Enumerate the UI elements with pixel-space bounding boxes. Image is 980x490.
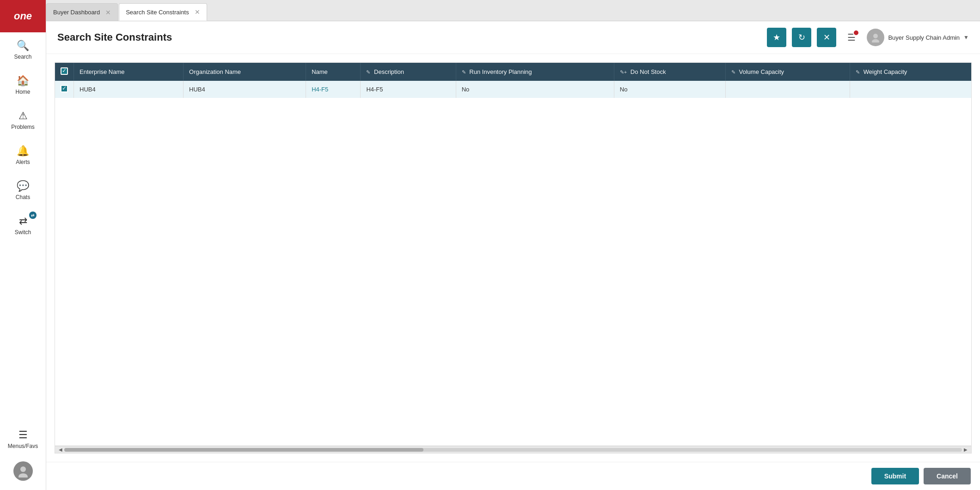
table-header-row: Enterprise Name Organization Name Name ✎… (55, 63, 971, 81)
submit-button[interactable]: Submit (871, 468, 919, 484)
switch-icon: ⇄ (19, 215, 27, 227)
sidebar-bottom: ☰ Menus/Favs (0, 422, 46, 490)
weight-capacity-edit-icon: ✎ (856, 69, 860, 75)
th-volume-capacity: ✎ Volume Capacity (725, 63, 850, 81)
switch-badge: ⇄ (29, 212, 37, 219)
sidebar-label-search: Search (14, 54, 31, 60)
cell-enterprise-name: HUB4 (74, 81, 184, 98)
menus-icon: ☰ (18, 429, 28, 441)
scroll-left-arrow[interactable]: ◀ (57, 447, 64, 452)
refresh-button[interactable]: ↻ (792, 28, 811, 47)
table-wrapper: Enterprise Name Organization Name Name ✎… (55, 62, 972, 454)
th-weight-capacity: ✎ Weight Capacity (850, 63, 971, 81)
table-row: HUB4HUB4H4-F5H4-F5NoNo (55, 81, 971, 98)
horizontal-scrollbar[interactable]: ◀ ▶ (55, 446, 971, 453)
run-inventory-edit-icon: ✎ (462, 69, 466, 75)
sidebar-item-search[interactable]: 🔍 Search (0, 32, 46, 67)
description-edit-icon: ✎ (366, 69, 370, 75)
alerts-icon: 🔔 (17, 145, 29, 157)
th-description-label: Description (374, 68, 404, 75)
tab-buyer-dashboard-close[interactable]: ✕ (105, 9, 111, 16)
user-avatar-header (867, 29, 884, 46)
sidebar-label-switch: Switch (15, 229, 31, 236)
footer: Submit Cancel (46, 462, 980, 490)
data-table: Enterprise Name Organization Name Name ✎… (55, 63, 971, 98)
tab-search-site-constraints-close[interactable]: ✕ (195, 8, 200, 16)
sidebar-label-home: Home (15, 89, 30, 95)
th-name: Name (306, 63, 361, 81)
th-volume-capacity-label: Volume Capacity (739, 68, 784, 75)
user-section: Buyer Supply Chain Admin ▼ (867, 29, 969, 46)
th-checkbox (55, 63, 74, 81)
close-button[interactable]: ✕ (817, 28, 836, 47)
content-area: Search Site Constraints ★ ↻ ✕ ☰ (46, 21, 980, 490)
name-link[interactable]: H4-F5 (312, 86, 328, 93)
sidebar-item-menus[interactable]: ☰ Menus/Favs (0, 422, 46, 457)
tab-search-site-constraints[interactable]: Search Site Constraints ✕ (119, 3, 207, 21)
sidebar-item-home[interactable]: 🏠 Home (0, 67, 46, 103)
th-name-label: Name (312, 68, 328, 75)
tab-search-site-constraints-label: Search Site Constraints (126, 9, 189, 16)
cancel-button[interactable]: Cancel (924, 468, 971, 484)
th-enterprise-name: Enterprise Name (74, 63, 184, 81)
sidebar-item-alerts[interactable]: 🔔 Alerts (0, 138, 46, 173)
tab-buyer-dashboard-label: Buyer Dashboard (53, 9, 100, 16)
select-all-checkbox[interactable] (61, 67, 68, 75)
tabs-bar: Buyer Dashboard ✕ Search Site Constraint… (46, 0, 980, 21)
cell-do-not-stock: No (614, 81, 725, 98)
star-icon: ★ (773, 32, 780, 42)
scrollbar-thumb (64, 448, 423, 452)
sidebar-item-switch[interactable]: ⇄ ⇄ Switch (0, 208, 46, 243)
volume-capacity-edit-icon: ✎ (731, 69, 735, 75)
app-logo[interactable]: one (0, 0, 46, 32)
cell-weight-capacity (850, 81, 971, 98)
th-do-not-stock: ✎+ Do Not Stock (614, 63, 725, 81)
favorite-button[interactable]: ★ (767, 28, 786, 47)
th-weight-capacity-label: Weight Capacity (864, 68, 907, 75)
home-icon: 🏠 (17, 75, 29, 87)
row-checkbox-cell (55, 81, 74, 98)
sidebar-label-chats: Chats (16, 194, 30, 200)
refresh-icon: ↻ (798, 32, 805, 42)
cell-description: H4-F5 (361, 81, 456, 98)
cell-volume-capacity (725, 81, 850, 98)
scroll-right-arrow[interactable]: ▶ (962, 447, 969, 452)
th-run-inventory-label: Run Inventory Planning (469, 68, 532, 75)
th-description: ✎ Description (361, 63, 456, 81)
menu-button[interactable]: ☰ (842, 28, 861, 47)
chats-icon: 💬 (17, 180, 29, 192)
table-body: HUB4HUB4H4-F5H4-F5NoNo (55, 81, 971, 98)
row-checkbox[interactable] (61, 85, 68, 92)
cell-organization-name: HUB4 (184, 81, 306, 98)
notification-dot (853, 30, 859, 36)
avatar-circle (13, 461, 33, 481)
sidebar-label-problems: Problems (11, 124, 35, 130)
table-scroll[interactable]: Enterprise Name Organization Name Name ✎… (55, 63, 971, 446)
sidebar-item-chats[interactable]: 💬 Chats (0, 173, 46, 208)
user-avatar-sidebar[interactable] (13, 457, 33, 485)
user-dropdown-arrow[interactable]: ▼ (963, 34, 969, 41)
svg-point-0 (20, 466, 26, 472)
sidebar-item-problems[interactable]: ⚠ Problems (0, 103, 46, 138)
svg-point-3 (872, 39, 879, 42)
close-icon: ✕ (823, 32, 830, 42)
th-organization-name: Organization Name (184, 63, 306, 81)
svg-point-2 (873, 34, 878, 38)
logo-text: one (14, 10, 32, 22)
main-content: Buyer Dashboard ✕ Search Site Constraint… (46, 0, 980, 490)
th-do-not-stock-label: Do Not Stock (631, 68, 666, 75)
sidebar: one 🔍 Search 🏠 Home ⚠ Problems 🔔 Alerts … (0, 0, 46, 490)
sidebar-label-alerts: Alerts (16, 159, 30, 165)
scrollbar-track[interactable] (64, 448, 962, 452)
user-role-label: Buyer Supply Chain Admin (888, 34, 960, 41)
tab-buyer-dashboard[interactable]: Buyer Dashboard ✕ (46, 3, 118, 21)
problems-icon: ⚠ (18, 110, 28, 122)
do-not-stock-edit-icon: ✎+ (620, 69, 627, 75)
sidebar-label-menus: Menus/Favs (8, 443, 38, 449)
cell-run-inventory-planning: No (456, 81, 614, 98)
th-run-inventory-planning: ✎ Run Inventory Planning (456, 63, 614, 81)
th-enterprise-name-label: Enterprise Name (80, 68, 125, 75)
page-title: Search Site Constraints (57, 31, 761, 43)
th-organization-name-label: Organization Name (189, 68, 241, 75)
page-header: Search Site Constraints ★ ↻ ✕ ☰ (46, 21, 980, 54)
